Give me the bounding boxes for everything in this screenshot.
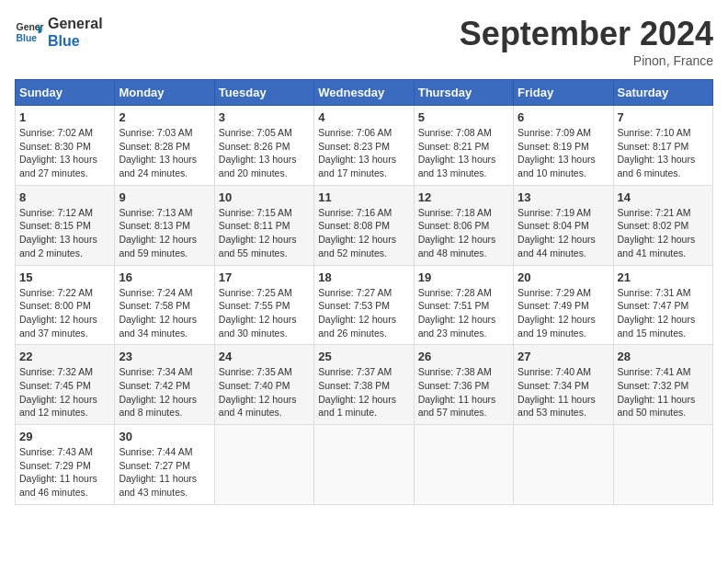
calendar-cell: 22Sunrise: 7:32 AM Sunset: 7:45 PM Dayli… bbox=[16, 345, 115, 425]
weekday-header: Tuesday bbox=[214, 80, 313, 106]
calendar-cell: 14Sunrise: 7:21 AM Sunset: 8:02 PM Dayli… bbox=[613, 185, 712, 265]
weekday-header: Saturday bbox=[613, 80, 712, 106]
calendar-cell: 2Sunrise: 7:03 AM Sunset: 8:28 PM Daylig… bbox=[115, 106, 214, 186]
weekday-header: Friday bbox=[514, 80, 613, 106]
day-info: Sunrise: 7:37 AM Sunset: 7:38 PM Dayligh… bbox=[318, 365, 409, 419]
day-number: 16 bbox=[119, 270, 210, 284]
calendar-cell bbox=[514, 425, 613, 505]
calendar-cell: 18Sunrise: 7:27 AM Sunset: 7:53 PM Dayli… bbox=[314, 265, 414, 345]
calendar-cell: 23Sunrise: 7:34 AM Sunset: 7:42 PM Dayli… bbox=[115, 345, 214, 425]
day-number: 13 bbox=[518, 190, 609, 204]
day-number: 28 bbox=[618, 350, 709, 363]
page-header: General Blue General Blue September 2024… bbox=[15, 15, 713, 68]
month-title: September 2024 bbox=[460, 15, 713, 53]
day-number: 30 bbox=[119, 430, 210, 443]
calendar-cell: 1Sunrise: 7:02 AM Sunset: 8:30 PM Daylig… bbox=[16, 106, 115, 186]
day-info: Sunrise: 7:32 AM Sunset: 7:45 PM Dayligh… bbox=[19, 365, 110, 419]
day-info: Sunrise: 7:09 AM Sunset: 8:19 PM Dayligh… bbox=[518, 126, 609, 180]
day-info: Sunrise: 7:35 AM Sunset: 7:40 PM Dayligh… bbox=[219, 365, 310, 419]
logo-general: General bbox=[48, 15, 103, 32]
calendar-cell: 15Sunrise: 7:22 AM Sunset: 8:00 PM Dayli… bbox=[16, 265, 115, 345]
day-info: Sunrise: 7:16 AM Sunset: 8:08 PM Dayligh… bbox=[318, 206, 409, 260]
calendar-cell bbox=[613, 425, 712, 505]
day-info: Sunrise: 7:13 AM Sunset: 8:13 PM Dayligh… bbox=[119, 206, 210, 260]
day-info: Sunrise: 7:40 AM Sunset: 7:34 PM Dayligh… bbox=[518, 365, 609, 419]
calendar-cell bbox=[214, 425, 313, 505]
day-info: Sunrise: 7:10 AM Sunset: 8:17 PM Dayligh… bbox=[618, 126, 709, 180]
calendar-cell: 3Sunrise: 7:05 AM Sunset: 8:26 PM Daylig… bbox=[214, 106, 313, 186]
calendar-cell: 5Sunrise: 7:08 AM Sunset: 8:21 PM Daylig… bbox=[414, 106, 513, 186]
logo-icon: General Blue bbox=[15, 17, 44, 47]
calendar-cell: 10Sunrise: 7:15 AM Sunset: 8:11 PM Dayli… bbox=[214, 185, 313, 265]
calendar-cell: 4Sunrise: 7:06 AM Sunset: 8:23 PM Daylig… bbox=[314, 106, 414, 186]
day-number: 12 bbox=[418, 190, 509, 204]
day-info: Sunrise: 7:22 AM Sunset: 8:00 PM Dayligh… bbox=[19, 286, 110, 340]
day-info: Sunrise: 7:15 AM Sunset: 8:11 PM Dayligh… bbox=[219, 206, 310, 260]
day-info: Sunrise: 7:12 AM Sunset: 8:15 PM Dayligh… bbox=[19, 206, 110, 260]
svg-text:Blue: Blue bbox=[17, 33, 38, 43]
calendar-cell: 27Sunrise: 7:40 AM Sunset: 7:34 PM Dayli… bbox=[514, 345, 613, 425]
day-info: Sunrise: 7:02 AM Sunset: 8:30 PM Dayligh… bbox=[19, 126, 110, 180]
calendar-cell: 17Sunrise: 7:25 AM Sunset: 7:55 PM Dayli… bbox=[214, 265, 313, 345]
calendar-cell: 16Sunrise: 7:24 AM Sunset: 7:58 PM Dayli… bbox=[115, 265, 214, 345]
day-info: Sunrise: 7:27 AM Sunset: 7:53 PM Dayligh… bbox=[318, 286, 409, 340]
weekday-header: Thursday bbox=[414, 80, 513, 106]
logo-blue: Blue bbox=[48, 32, 103, 50]
day-number: 24 bbox=[219, 350, 310, 363]
calendar-cell: 25Sunrise: 7:37 AM Sunset: 7:38 PM Dayli… bbox=[314, 345, 414, 425]
day-number: 10 bbox=[219, 190, 310, 204]
calendar-cell: 9Sunrise: 7:13 AM Sunset: 8:13 PM Daylig… bbox=[115, 185, 214, 265]
day-number: 26 bbox=[418, 350, 509, 363]
day-number: 22 bbox=[19, 350, 110, 363]
day-number: 14 bbox=[618, 190, 709, 204]
calendar-cell: 30Sunrise: 7:44 AM Sunset: 7:27 PM Dayli… bbox=[115, 425, 214, 505]
logo: General Blue General Blue bbox=[15, 15, 103, 50]
day-number: 5 bbox=[418, 110, 509, 124]
day-number: 19 bbox=[418, 270, 509, 284]
day-number: 17 bbox=[219, 270, 310, 284]
calendar-cell: 24Sunrise: 7:35 AM Sunset: 7:40 PM Dayli… bbox=[214, 345, 313, 425]
day-info: Sunrise: 7:44 AM Sunset: 7:27 PM Dayligh… bbox=[119, 445, 210, 500]
weekday-header: Monday bbox=[115, 80, 214, 106]
day-number: 15 bbox=[19, 270, 110, 284]
calendar-cell: 7Sunrise: 7:10 AM Sunset: 8:17 PM Daylig… bbox=[613, 106, 712, 186]
day-number: 11 bbox=[318, 190, 409, 204]
calendar-table: SundayMondayTuesdayWednesdayThursdayFrid… bbox=[15, 79, 713, 505]
day-number: 6 bbox=[518, 110, 609, 124]
day-info: Sunrise: 7:43 AM Sunset: 7:29 PM Dayligh… bbox=[19, 445, 110, 500]
day-number: 25 bbox=[318, 350, 409, 363]
calendar-cell: 19Sunrise: 7:28 AM Sunset: 7:51 PM Dayli… bbox=[414, 265, 513, 345]
calendar-cell: 28Sunrise: 7:41 AM Sunset: 7:32 PM Dayli… bbox=[613, 345, 712, 425]
weekday-header: Wednesday bbox=[314, 80, 414, 106]
day-info: Sunrise: 7:38 AM Sunset: 7:36 PM Dayligh… bbox=[418, 365, 509, 419]
day-number: 18 bbox=[318, 270, 409, 284]
day-number: 2 bbox=[119, 110, 210, 124]
calendar-cell bbox=[414, 425, 513, 505]
calendar-cell: 21Sunrise: 7:31 AM Sunset: 7:47 PM Dayli… bbox=[613, 265, 712, 345]
calendar-cell: 11Sunrise: 7:16 AM Sunset: 8:08 PM Dayli… bbox=[314, 185, 414, 265]
day-number: 29 bbox=[19, 430, 110, 443]
day-number: 20 bbox=[518, 270, 609, 284]
day-info: Sunrise: 7:19 AM Sunset: 8:04 PM Dayligh… bbox=[518, 206, 609, 260]
calendar-cell: 13Sunrise: 7:19 AM Sunset: 8:04 PM Dayli… bbox=[514, 185, 613, 265]
day-number: 21 bbox=[618, 270, 709, 284]
day-info: Sunrise: 7:21 AM Sunset: 8:02 PM Dayligh… bbox=[618, 206, 709, 260]
day-info: Sunrise: 7:34 AM Sunset: 7:42 PM Dayligh… bbox=[119, 365, 210, 419]
day-info: Sunrise: 7:06 AM Sunset: 8:23 PM Dayligh… bbox=[318, 126, 409, 180]
day-info: Sunrise: 7:05 AM Sunset: 8:26 PM Dayligh… bbox=[219, 126, 310, 180]
day-info: Sunrise: 7:31 AM Sunset: 7:47 PM Dayligh… bbox=[618, 286, 709, 340]
weekday-header: Sunday bbox=[16, 80, 115, 106]
day-number: 23 bbox=[119, 350, 210, 363]
day-info: Sunrise: 7:29 AM Sunset: 7:49 PM Dayligh… bbox=[518, 286, 609, 340]
day-number: 9 bbox=[119, 190, 210, 204]
day-number: 3 bbox=[219, 110, 310, 124]
calendar-cell: 12Sunrise: 7:18 AM Sunset: 8:06 PM Dayli… bbox=[414, 185, 513, 265]
title-block: September 2024 Pinon, France bbox=[460, 15, 713, 68]
calendar-cell bbox=[314, 425, 414, 505]
day-number: 7 bbox=[618, 110, 709, 124]
calendar-cell: 26Sunrise: 7:38 AM Sunset: 7:36 PM Dayli… bbox=[414, 345, 513, 425]
day-info: Sunrise: 7:18 AM Sunset: 8:06 PM Dayligh… bbox=[418, 206, 509, 260]
location-subtitle: Pinon, France bbox=[460, 53, 713, 68]
day-info: Sunrise: 7:03 AM Sunset: 8:28 PM Dayligh… bbox=[119, 126, 210, 180]
calendar-cell: 6Sunrise: 7:09 AM Sunset: 8:19 PM Daylig… bbox=[514, 106, 613, 186]
